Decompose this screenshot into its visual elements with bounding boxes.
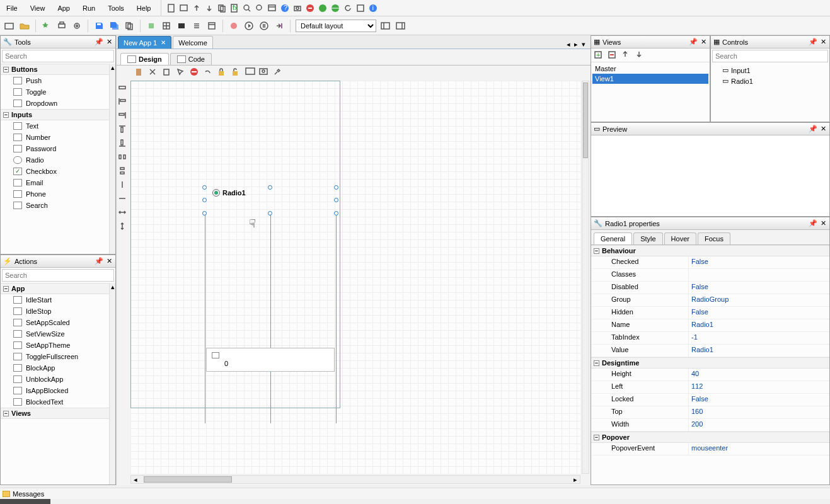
align-bottom-icon[interactable] <box>118 139 128 149</box>
props-tab-focus[interactable]: Focus <box>698 232 730 244</box>
help-icon[interactable]: ? <box>280 3 290 13</box>
scrollbar-thumb[interactable] <box>144 476 232 483</box>
property-row[interactable]: NameRadio1 <box>591 319 829 332</box>
undo-icon[interactable] <box>204 67 214 77</box>
canvas-vertical-scrollbar[interactable] <box>582 81 589 474</box>
property-value[interactable]: False <box>689 256 829 268</box>
action-item[interactable]: ToggleFullscreen <box>1 351 115 362</box>
tab-next-icon[interactable]: ▸ <box>574 40 578 49</box>
size-h-icon[interactable] <box>118 222 128 232</box>
expander-icon[interactable]: − <box>3 112 9 118</box>
close-icon[interactable]: ✕ <box>819 38 827 46</box>
tab-menu-icon[interactable]: ▾ <box>582 40 585 49</box>
action-item[interactable]: IdleStart <box>1 294 115 306</box>
expander-icon[interactable]: − <box>3 411 9 416</box>
center-h-icon[interactable] <box>118 180 128 190</box>
property-row[interactable]: Left112 <box>591 381 829 394</box>
actions-category[interactable]: −App <box>1 283 115 294</box>
lock-icon[interactable] <box>217 67 228 77</box>
canvas-control-input1[interactable]: 0 <box>206 348 335 372</box>
control-item[interactable]: ▭ Input1 <box>712 65 828 76</box>
align-top-icon[interactable] <box>118 125 128 135</box>
scroll-up-icon[interactable]: ▴ <box>110 64 115 71</box>
new-window-icon[interactable] <box>179 3 189 13</box>
tool-item[interactable]: Search <box>1 200 115 211</box>
actions-scrollbar[interactable]: ▴ <box>109 283 115 484</box>
move-up-icon[interactable] <box>621 50 631 60</box>
property-row[interactable]: GroupRadioGroup <box>591 294 829 307</box>
property-row[interactable]: Top160 <box>591 406 829 419</box>
menu-file[interactable]: File <box>0 2 24 14</box>
property-row[interactable]: HiddenFalse <box>591 307 829 319</box>
terminal-icon[interactable] <box>176 20 187 32</box>
doc-tab[interactable]: New App 1✕ <box>118 36 171 49</box>
tool-item[interactable]: Dropdown <box>1 98 115 109</box>
align-left-icon[interactable] <box>118 97 128 107</box>
unlock-icon[interactable] <box>231 67 241 77</box>
messages-bar[interactable]: Messages <box>0 488 830 499</box>
close-icon[interactable]: ✕ <box>700 38 707 46</box>
property-row[interactable]: CheckedFalse <box>591 256 829 269</box>
paste-icon[interactable] <box>134 67 144 77</box>
move-down-icon[interactable] <box>635 50 645 60</box>
property-value[interactable]: -1 <box>689 332 829 344</box>
tools-scrollbar[interactable]: ▴ <box>109 64 115 254</box>
cut-icon[interactable] <box>148 67 158 77</box>
layout-dropdown[interactable]: Default layout <box>296 20 376 32</box>
property-row[interactable]: TabIndex-1 <box>591 332 829 345</box>
tab-prev-icon[interactable]: ◂ <box>567 40 570 49</box>
controls-search-input[interactable] <box>712 50 828 62</box>
view-item[interactable]: Master <box>592 64 708 74</box>
close-icon[interactable]: ✕ <box>819 125 827 133</box>
property-row[interactable]: Height40 <box>591 369 829 381</box>
tool-item[interactable]: Email <box>1 177 115 188</box>
action-item[interactable]: SetAppTheme <box>1 340 115 351</box>
props-tab-style[interactable]: Style <box>633 232 662 244</box>
size-w-icon[interactable] <box>118 208 128 218</box>
property-value[interactable]: 112 <box>689 381 829 393</box>
globe2-icon[interactable] <box>330 3 340 13</box>
settings-icon[interactable] <box>71 20 83 32</box>
tool-item[interactable]: Push <box>1 75 115 86</box>
globe-icon[interactable] <box>318 3 328 13</box>
property-value[interactable]: Radio1 <box>689 345 829 357</box>
new-tab-icon[interactable] <box>4 20 15 32</box>
property-value[interactable]: 160 <box>689 406 829 418</box>
pin-icon[interactable]: 📌 <box>809 38 817 46</box>
design-canvas[interactable]: Radio1 ☟ 0 <box>130 81 580 474</box>
tools-search-input[interactable] <box>2 50 114 62</box>
copy3-icon[interactable] <box>162 67 172 77</box>
component-icon[interactable] <box>146 20 157 32</box>
props-category[interactable]: −Popover <box>591 432 829 443</box>
refresh-icon[interactable] <box>343 3 353 13</box>
actions-category[interactable]: −Views <box>1 408 115 419</box>
browser-icon[interactable] <box>355 3 366 13</box>
form-icon[interactable] <box>206 20 217 32</box>
pin-icon[interactable]: 📌 <box>809 125 817 133</box>
props-category[interactable]: −Designtime <box>591 357 829 369</box>
menu-view[interactable]: View <box>24 2 52 14</box>
close-icon[interactable]: ✕ <box>105 38 113 46</box>
close-icon[interactable]: ✕ <box>819 220 827 227</box>
expander-icon[interactable]: − <box>594 360 599 366</box>
action-item[interactable]: SetViewSize <box>1 328 115 340</box>
property-row[interactable]: DisabledFalse <box>591 282 829 294</box>
dist-v-icon[interactable] <box>118 166 128 176</box>
delete-view-icon[interactable] <box>608 50 618 60</box>
new-file-icon[interactable] <box>166 3 176 13</box>
tool-item[interactable]: Number <box>1 132 115 143</box>
scroll-right-icon[interactable]: ▸ <box>574 476 577 484</box>
copy2-icon[interactable] <box>124 20 135 32</box>
props-tab-hover[interactable]: Hover <box>664 232 696 244</box>
property-value[interactable]: Radio1 <box>689 319 829 331</box>
props-tab-general[interactable]: General <box>594 232 632 244</box>
grid-icon[interactable] <box>161 20 172 32</box>
control-item[interactable]: ▭ Radio1 <box>712 76 828 86</box>
tool-item[interactable]: Text <box>1 120 115 132</box>
menu-tools[interactable]: Tools <box>101 2 130 14</box>
pin-icon[interactable]: 📌 <box>809 220 817 227</box>
tool-item[interactable]: Password <box>1 143 115 154</box>
script-icon[interactable]: fx <box>229 3 239 13</box>
property-row[interactable]: Width200 <box>591 419 829 432</box>
print-icon[interactable] <box>56 20 67 32</box>
